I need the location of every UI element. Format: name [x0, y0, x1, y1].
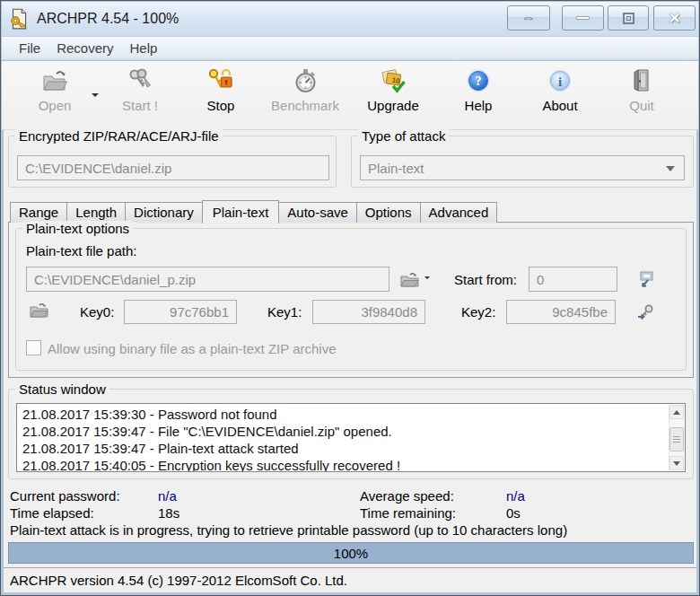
key1-label: Key1:	[267, 304, 302, 320]
scroll-up-button[interactable]	[669, 405, 684, 419]
toolbar: Open Start !	[2, 61, 698, 130]
start-from-label: Start from:	[454, 272, 517, 287]
benchmark-button[interactable]: Benchmark	[266, 65, 345, 124]
small-open-folder-icon	[30, 302, 48, 318]
key0-field[interactable]: 97c76bb1	[124, 300, 237, 324]
svg-text:i: i	[558, 74, 562, 89]
tab-auto-save[interactable]: Auto-save	[278, 202, 357, 223]
stop-keys-lock-icon	[206, 65, 235, 97]
attack-type-combobox[interactable]: Plain-text	[360, 155, 685, 180]
upgrade-button[interactable]: 10 Upgrade	[354, 65, 433, 124]
key1-field[interactable]: 3f9840d8	[312, 300, 425, 324]
flip-window-button[interactable]: ⇔	[507, 5, 550, 31]
stopwatch-icon	[291, 65, 319, 97]
average-speed-label: Average speed:	[360, 488, 454, 504]
open-folder-icon	[40, 65, 69, 97]
help-label: Help	[465, 98, 493, 113]
plaintext-path-field[interactable]: C:\EVIDENCE\daniel_p.zip	[26, 267, 389, 292]
menu-recovery[interactable]: Recovery	[48, 39, 121, 57]
time-remaining-label: Time remaining:	[360, 505, 456, 521]
time-elapsed-value: 18s	[158, 505, 179, 521]
tab-dictionary[interactable]: Dictionary	[125, 202, 203, 223]
key2-label: Key2:	[461, 304, 495, 320]
window-title: ARCHPR 4.54 - 100%	[37, 11, 179, 27]
attack-progress-message: Plain-text attack is in progress, trying…	[10, 522, 567, 538]
encrypted-file-path-field[interactable]: C:\EVIDENCE\daniel.zip	[17, 155, 329, 180]
app-icon	[8, 7, 30, 31]
menu-file[interactable]: File	[11, 39, 48, 57]
svg-text:?: ?	[476, 74, 482, 88]
status-log-listbox[interactable]: 21.08.2017 15:39:30 - Password not found…	[16, 403, 686, 472]
log-line: 21.08.2017 15:40:05 - Encryption keys su…	[22, 457, 663, 472]
restore-state-icon	[636, 269, 656, 289]
key0-label: Key0:	[80, 304, 114, 320]
key2-field[interactable]: 9c845fbe	[506, 300, 616, 324]
browse-splitter-dot-icon[interactable]	[424, 276, 430, 279]
browse-plaintext-file-button[interactable]	[398, 270, 420, 288]
quit-button[interactable]: Quit	[602, 65, 681, 124]
upgrade-label: Upgrade	[367, 98, 419, 113]
load-keys-button[interactable]	[28, 301, 49, 319]
save-keys-button[interactable]	[634, 301, 656, 322]
quit-door-icon	[627, 65, 656, 97]
start-button[interactable]: Start !	[101, 65, 179, 124]
combo-dropdown-icon	[666, 166, 675, 171]
progress-bar: 100%	[8, 542, 694, 564]
menu-help[interactable]: Help	[122, 39, 166, 57]
status-bar-text: ARCHPR version 4.54 (c) 1997-2012 ElcomS…	[10, 573, 347, 588]
close-icon: ✕	[668, 9, 680, 28]
tab-length[interactable]: Length	[66, 202, 126, 223]
status-bar: ARCHPR version 4.54 (c) 1997-2012 ElcomS…	[4, 567, 696, 592]
progress-percent-label: 100%	[334, 546, 368, 561]
tab-strip: Range Length Dictionary Plain-text Auto-…	[10, 200, 497, 223]
help-icon: ?	[465, 65, 492, 97]
start-keys-icon	[126, 65, 154, 97]
maximize-button[interactable]	[608, 5, 649, 31]
status-window-group-label: Status window	[15, 381, 109, 397]
time-remaining-value: 0s	[506, 505, 521, 521]
binary-file-checkbox-label: Allow using binary file as a plain-text …	[48, 341, 337, 356]
about-icon: i	[547, 65, 573, 97]
minimize-button[interactable]	[562, 5, 604, 31]
tab-plain-text[interactable]: Plain-text	[202, 200, 280, 224]
stop-label: Stop	[207, 98, 235, 113]
menu-bar: File Recovery Help	[2, 37, 698, 60]
open-dropdown-arrow-icon[interactable]	[92, 93, 99, 97]
time-elapsed-label: Time elapsed:	[10, 505, 94, 521]
scroll-down-icon	[673, 461, 680, 466]
help-button[interactable]: ? Help	[439, 65, 518, 124]
stop-button[interactable]: Stop	[181, 65, 260, 124]
tab-options[interactable]: Options	[356, 202, 421, 223]
about-label: About	[542, 98, 577, 113]
open-label: Open	[39, 98, 72, 113]
maximize-icon	[623, 13, 634, 24]
start-from-field[interactable]: 0	[529, 267, 617, 292]
minimize-icon	[576, 16, 590, 20]
average-speed-value: n/a	[506, 488, 525, 504]
plaintext-options-group-label: Plain-text options	[22, 221, 133, 236]
quit-label: Quit	[629, 98, 654, 113]
close-button[interactable]: ✕	[653, 5, 696, 31]
scroll-down-button[interactable]	[669, 456, 684, 470]
upgrade-icon: 10	[379, 65, 407, 97]
tab-advanced[interactable]: Advanced	[420, 202, 498, 223]
binary-file-checkbox[interactable]	[26, 340, 41, 355]
log-line: 21.08.2017 15:39:30 - Password not found	[22, 406, 663, 423]
attack-type-group-label: Type of attack	[358, 128, 449, 144]
small-open-folder-icon	[400, 272, 419, 287]
plaintext-path-label: Plain-text file path:	[26, 243, 136, 259]
attack-type-value: Plain-text	[368, 161, 424, 176]
archpr-window: ARCHPR 4.54 - 100% ⇔ ✕ File Recovery Hel…	[0, 0, 700, 596]
current-password-label: Current password:	[10, 488, 120, 504]
restore-state-button[interactable]	[634, 267, 658, 291]
scrollbar-thumb[interactable]	[669, 427, 684, 451]
flip-icon: ⇔	[521, 10, 536, 26]
open-button[interactable]: Open	[15, 65, 94, 124]
benchmark-label: Benchmark	[271, 98, 339, 113]
status-log-scrollbar[interactable]	[669, 405, 684, 470]
log-line: 21.08.2017 15:39:47 - File "C:\EVIDENCE\…	[22, 423, 663, 440]
current-password-value: n/a	[158, 488, 177, 504]
start-label: Start !	[122, 98, 158, 113]
tab-range[interactable]: Range	[10, 202, 67, 223]
about-button[interactable]: i About	[521, 65, 599, 124]
